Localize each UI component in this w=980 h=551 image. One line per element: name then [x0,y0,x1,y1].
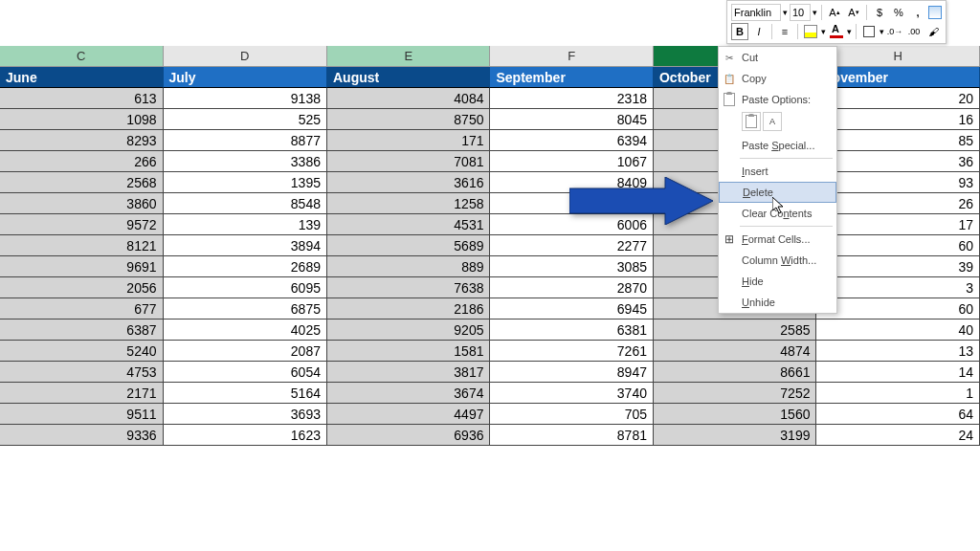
cell[interactable]: 6394 [490,130,654,151]
paste-option-values[interactable]: A [763,112,782,131]
cell[interactable]: 8877 [164,130,327,151]
menu-copy[interactable]: Copy [719,68,836,89]
font-color-dropdown-icon[interactable]: ▾ [847,27,852,36]
cell[interactable]: 6875 [164,298,327,320]
table-format-icon[interactable] [928,6,942,19]
cell[interactable]: 40 [816,320,980,341]
cell[interactable]: 6936 [327,425,491,446]
cell[interactable]: 139 [164,214,327,235]
cell[interactable]: 9336 [0,425,164,446]
menu-paste-special[interactable]: Paste Special... [719,135,836,156]
font-color-icon[interactable] [828,23,845,40]
cell[interactable]: 2318 [490,88,654,109]
header-cell[interactable]: November [816,67,980,88]
header-cell[interactable]: August [327,67,491,88]
cell[interactable]: 266 [0,151,164,172]
cell[interactable]: 3386 [164,151,327,172]
align-icon[interactable]: ≡ [776,23,793,40]
borders-icon[interactable] [860,23,878,40]
cell[interactable]: 9138 [164,88,327,109]
bold-icon[interactable]: B [731,23,748,40]
cell[interactable]: 64 [816,404,980,425]
column-header-E[interactable]: E [327,46,491,66]
cell[interactable]: 13 [816,341,980,362]
percent-icon[interactable]: % [890,4,907,21]
cell[interactable]: 171 [327,130,491,151]
cell[interactable]: 8661 [654,362,817,383]
borders-dropdown-icon[interactable]: ▾ [880,27,884,36]
cell[interactable]: 7081 [327,151,491,172]
comma-icon[interactable]: , [909,4,926,21]
column-header-C[interactable]: C [0,46,164,66]
cell[interactable]: 39 [816,256,980,277]
menu-insert[interactable]: Insert [719,161,836,182]
cell[interactable]: 8293 [0,130,164,151]
decimal-increase-icon[interactable]: .0→ [886,23,903,40]
decrease-font-icon[interactable]: A▾ [845,4,862,21]
cell[interactable]: 8045 [490,109,654,130]
cell[interactable]: 8750 [327,109,491,130]
cell[interactable]: 8947 [490,362,654,383]
cell[interactable]: 525 [164,109,327,130]
cell[interactable]: 2056 [0,277,164,298]
cell[interactable]: 3894 [164,235,327,256]
cell[interactable]: 6054 [164,362,327,383]
cell[interactable]: 613 [0,88,164,109]
cell[interactable]: 60 [816,235,980,256]
cell[interactable]: 14 [816,362,980,383]
font-size-input[interactable] [790,4,811,21]
font-dropdown-icon[interactable]: ▾ [783,8,788,17]
cell[interactable]: 2870 [490,277,654,298]
menu-cut[interactable]: Cut [719,47,836,68]
cell[interactable]: 2568 [0,172,164,193]
fill-dropdown-icon[interactable]: ▾ [821,27,826,36]
cell[interactable]: 677 [0,298,164,320]
cell[interactable]: 7252 [654,383,817,404]
cell[interactable]: 4753 [0,362,164,383]
cell[interactable]: 2087 [164,341,327,362]
font-name-input[interactable] [731,4,781,21]
cell[interactable]: 1067 [490,151,654,172]
cell[interactable]: 3616 [327,172,491,193]
cell[interactable]: 24 [816,425,980,446]
cell[interactable]: 26 [816,193,980,214]
cell[interactable]: 3085 [490,256,654,277]
menu-delete[interactable]: Delete [719,182,836,203]
cell[interactable]: 1395 [164,172,327,193]
header-cell[interactable]: July [164,67,327,88]
cell[interactable]: 7261 [490,341,654,362]
cell[interactable]: 3860 [0,193,164,214]
increase-font-icon[interactable]: A▴ [826,4,843,21]
cell[interactable]: 5164 [164,383,327,404]
cell[interactable]: 85 [816,130,980,151]
cell[interactable]: 3 [816,277,980,298]
cell[interactable]: 4084 [327,88,491,109]
menu-unhide[interactable]: Unhide [719,292,836,313]
cell[interactable]: 2689 [164,256,327,277]
cell[interactable]: 9572 [0,214,164,235]
currency-icon[interactable]: $ [871,4,888,21]
fill-color-icon[interactable] [802,23,819,40]
cell[interactable]: 6381 [490,320,654,341]
cell[interactable]: 2585 [654,320,817,341]
cell[interactable]: 9205 [327,320,491,341]
decimal-decrease-icon[interactable]: .00 [905,23,923,40]
header-cell[interactable]: September [490,67,654,88]
header-cell[interactable]: June [0,67,164,88]
cell[interactable]: 1560 [654,404,817,425]
cell[interactable]: 3693 [164,404,327,425]
cell[interactable]: 16 [816,109,980,130]
column-header-F[interactable]: F [490,46,654,66]
cell[interactable]: 3740 [490,383,654,404]
cell[interactable]: 4531 [327,214,491,235]
cell[interactable]: 3817 [327,362,491,383]
cell[interactable]: 5240 [0,341,164,362]
format-painter-icon[interactable]: 🖌 [924,23,942,40]
cell[interactable]: 1 [816,383,980,404]
cell[interactable]: 6095 [164,277,327,298]
cell[interactable]: 1623 [164,425,327,446]
cell[interactable]: 2277 [490,235,654,256]
cell[interactable]: 9511 [0,404,164,425]
cell[interactable]: 7638 [327,277,491,298]
cell[interactable]: 36 [816,151,980,172]
